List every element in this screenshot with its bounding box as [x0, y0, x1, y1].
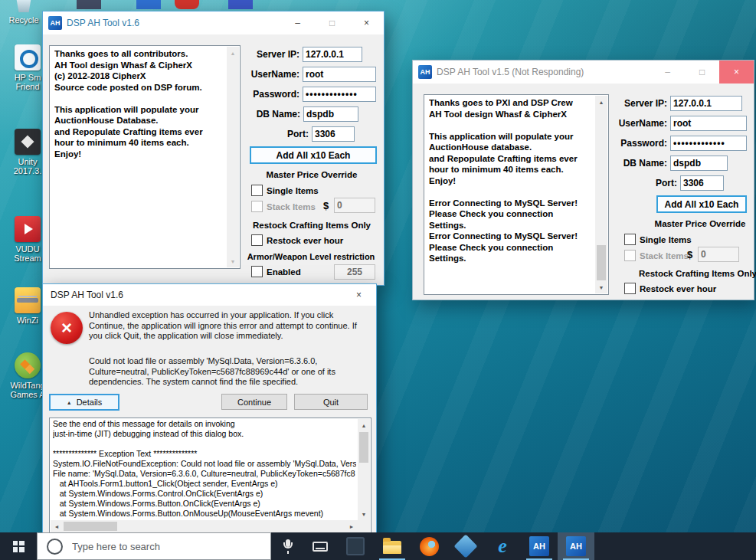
continue-button[interactable]: Continue [221, 394, 287, 410]
close-button[interactable]: × [342, 284, 376, 306]
desktop-icon-label: WinZi [17, 316, 38, 325]
touch-keyboard-button[interactable] [305, 532, 335, 560]
partial-desktop-icon[interactable] [77, 0, 101, 9]
details-textbox[interactable]: See the end of this message for details … [49, 418, 371, 534]
dollar-sign: $ [687, 249, 692, 260]
maximize-button[interactable]: □ [685, 61, 719, 84]
desktop-icon-label: Recycle [8, 15, 38, 25]
close-button[interactable]: × [719, 61, 754, 84]
dialog-body: × Unhandled exception has occurred in yo… [43, 306, 376, 537]
desktop-icon-recycle-bin[interactable]: Recycle [2, 0, 46, 25]
vertical-scrollbar[interactable]: ▲ ▼ [358, 419, 370, 520]
port-row: Port: [287, 126, 355, 142]
horizontal-scrollbar[interactable]: ◄ ► [51, 520, 358, 532]
details-button-label: Details [77, 398, 103, 407]
wildtangent-icon [15, 352, 41, 378]
maximize-button[interactable]: □ [315, 11, 349, 34]
checkbox-label: Restock ever hour [267, 236, 343, 245]
vudu-icon [15, 216, 41, 242]
armor-level-input[interactable] [334, 264, 375, 280]
taskbar: e AH AH [0, 532, 756, 560]
scroll-down-arrow[interactable]: ▼ [358, 508, 370, 520]
quit-button[interactable]: Quit [294, 394, 368, 410]
dialog-titlebar[interactable]: DSP AH Tool v1.6 × [43, 284, 376, 306]
minimize-button[interactable]: – [650, 61, 685, 84]
single-items-checkbox[interactable]: Single Items [624, 234, 692, 245]
taskbar-file-explorer[interactable] [374, 532, 411, 560]
scroll-left-arrow[interactable]: ◄ [51, 520, 63, 532]
microphone-button[interactable] [273, 532, 303, 560]
scrollbar-thumb[interactable] [64, 522, 117, 531]
taskbar-ah-tool-1[interactable]: AH [521, 532, 558, 560]
db-name-input[interactable] [303, 106, 358, 122]
win2-titlebar[interactable]: AH DSP AH Tool v1.5 (Not Responding) – □… [413, 61, 754, 84]
start-button[interactable] [0, 532, 37, 560]
taskbar-search-box[interactable] [37, 532, 271, 560]
enabled-checkbox[interactable]: Enabled [251, 266, 301, 277]
taskbar-ah-tool-2[interactable]: AH [558, 532, 594, 560]
ah-tool-icon: AH [529, 536, 549, 556]
password-label: Password: [620, 138, 667, 149]
db-name-input[interactable] [670, 156, 728, 171]
partial-desktop-icon[interactable] [228, 0, 253, 9]
scrollbar[interactable]: ▲ ▼ [595, 96, 607, 293]
close-button[interactable]: × [349, 11, 384, 34]
ah-tool-v16-window: AH DSP AH Tool v1.6 – □ × Thanks goes to… [42, 11, 385, 286]
taskbar-firefox[interactable] [411, 532, 447, 560]
db-name-row: DB Name: [623, 156, 728, 171]
port-input[interactable] [312, 126, 355, 142]
info-textbox[interactable]: Thanks goes to PXI and DSP Crew AH Tool … [424, 94, 609, 295]
server-ip-input[interactable] [670, 96, 742, 111]
restock-checkbox[interactable]: Restock ever hour [251, 234, 343, 246]
win1-titlebar[interactable]: AH DSP AH Tool v1.6 – □ × [43, 11, 384, 34]
scrollbar[interactable]: ▲ ▼ [227, 47, 239, 267]
scroll-up-arrow[interactable]: ▲ [227, 47, 239, 59]
taskbar-pinned-app[interactable] [337, 532, 374, 560]
server-ip-input[interactable] [303, 47, 362, 62]
scroll-up-arrow[interactable]: ▲ [595, 96, 607, 108]
partial-desktop-icon[interactable] [175, 0, 199, 9]
partial-desktop-icon[interactable] [136, 0, 161, 9]
details-button[interactable]: ▲ Details [49, 394, 119, 411]
scroll-down-arrow[interactable]: ▼ [595, 281, 607, 293]
minimize-button[interactable]: – [280, 11, 315, 34]
port-input[interactable] [680, 175, 724, 191]
win1-caption-buttons: – □ × [280, 11, 384, 34]
password-input[interactable] [670, 136, 747, 151]
password-input[interactable] [303, 87, 376, 102]
checkbox-label: Stack Items [640, 251, 689, 260]
taskbar-media-app[interactable] [447, 532, 484, 560]
scrollbar-thumb[interactable] [597, 245, 606, 280]
checkbox-box [624, 250, 636, 261]
desktop-icon-label: Unity 2017.3. [14, 157, 42, 175]
scroll-up-arrow[interactable]: ▲ [358, 419, 370, 431]
windows-logo-icon [13, 541, 25, 552]
master-price-input[interactable] [334, 198, 375, 213]
single-items-checkbox[interactable]: Single Items [251, 185, 319, 196]
username-input[interactable] [670, 116, 747, 131]
scroll-right-arrow[interactable]: ► [345, 520, 358, 532]
add-all-button[interactable]: Add All x10 Each [250, 146, 377, 164]
username-input[interactable] [303, 67, 376, 82]
checkbox-box [251, 185, 263, 196]
ah-tool-icon: AH [566, 536, 586, 556]
scroll-down-arrow[interactable]: ▼ [227, 255, 239, 267]
server-ip-row: Server IP: [257, 47, 362, 62]
stack-items-checkbox[interactable]: Stack Items [624, 250, 689, 261]
port-label: Port: [287, 129, 309, 139]
scrollbar-thumb[interactable] [359, 432, 368, 463]
master-price-title: Master Price Override [643, 219, 756, 228]
checkbox-box [251, 266, 263, 277]
master-price-input[interactable] [698, 247, 739, 262]
stack-items-checkbox[interactable]: Stack Items [251, 201, 316, 212]
info-textbox[interactable]: Thanks goes to all contributors. AH Tool… [49, 45, 241, 269]
win1-body: Thanks goes to all contributors. AH Tool… [43, 34, 384, 285]
checkbox-label: Enabled [267, 267, 301, 277]
restock-title: Restock Crafting Items Only [241, 221, 383, 230]
restock-checkbox[interactable]: Restock ever hour [624, 283, 716, 294]
password-row: Password: [253, 87, 376, 102]
search-input[interactable] [70, 540, 250, 553]
desktop-icon-label: VUDU Stream [14, 244, 41, 263]
add-all-button[interactable]: Add All x10 Each [656, 195, 747, 213]
taskbar-edge[interactable]: e [484, 532, 521, 560]
